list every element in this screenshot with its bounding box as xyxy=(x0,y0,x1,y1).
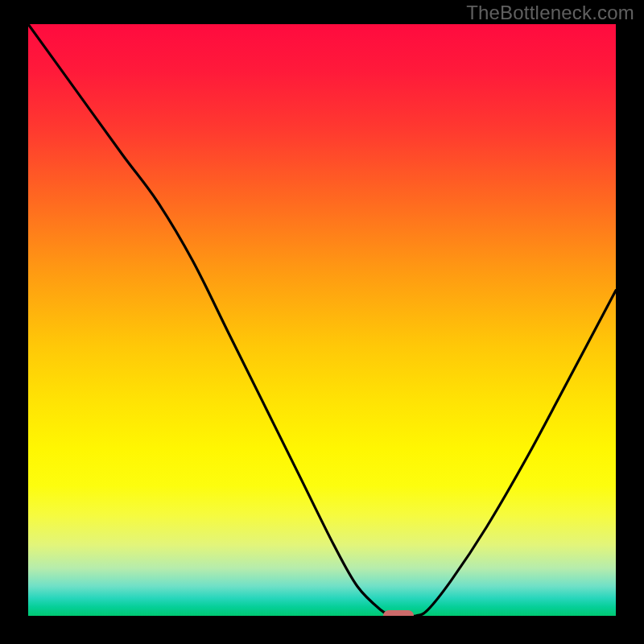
watermark-text: TheBottleneck.com xyxy=(466,2,634,24)
plot-area xyxy=(28,24,616,616)
optimal-point-marker xyxy=(383,610,414,616)
curve-path xyxy=(28,24,616,616)
bottleneck-curve xyxy=(28,24,616,616)
chart-frame: TheBottleneck.com xyxy=(0,0,644,644)
